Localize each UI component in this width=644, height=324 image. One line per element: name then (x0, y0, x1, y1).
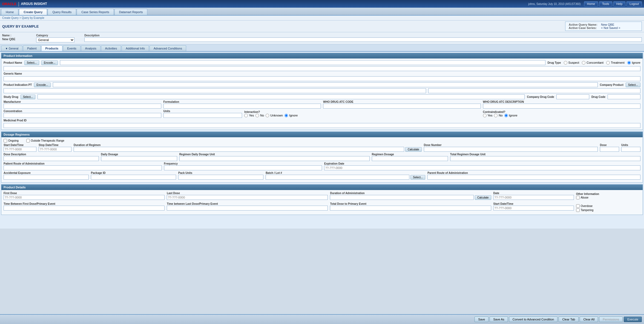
home-nav-button[interactable]: Home (584, 1, 598, 6)
stop-date-input[interactable] (39, 147, 71, 152)
category-select[interactable]: General (36, 37, 74, 42)
calculate-button[interactable]: Calculate (405, 147, 422, 152)
tampering-checkbox-group[interactable]: Tampering (576, 208, 640, 212)
total-regimen-dosage-unit-input[interactable] (450, 156, 640, 161)
company-product-input[interactable] (428, 88, 640, 93)
dose-desc-input[interactable] (4, 156, 99, 161)
batch-select-button[interactable]: Select... (410, 175, 425, 180)
contraindicated-no-option[interactable]: No (494, 114, 502, 117)
subtab-additional-info[interactable]: Additional Info (122, 45, 149, 51)
interaction-no-radio[interactable] (255, 114, 259, 117)
pack-units-input[interactable] (178, 175, 263, 180)
logout-nav-button[interactable]: Logout (626, 1, 642, 6)
product-name-input[interactable] (60, 60, 545, 65)
duration-admin-input[interactable] (330, 195, 474, 200)
contraindicated-yes-radio[interactable] (483, 114, 487, 117)
patient-route-input[interactable] (4, 165, 162, 170)
tab-case-series-reports[interactable]: Case Series Reports (77, 9, 114, 15)
dose-input[interactable] (600, 147, 619, 152)
frequency-input[interactable] (164, 165, 322, 170)
formulation-input[interactable] (163, 104, 321, 109)
manufacturer-input[interactable] (4, 104, 161, 109)
tab-datamart-reports[interactable]: Datamart Reports (114, 9, 148, 15)
subtab-activities[interactable]: Activities (101, 45, 121, 51)
study-drug-select-button[interactable]: Select... (21, 95, 35, 99)
overdose-checkbox[interactable] (576, 204, 580, 208)
start-date-input[interactable] (4, 147, 36, 152)
tab-query-results[interactable]: Query Results (48, 9, 76, 15)
interaction-unknown-radio[interactable] (266, 114, 269, 117)
abuse-checkbox-group[interactable]: Abuse (576, 196, 640, 199)
regimen-dosage-input[interactable] (372, 156, 448, 161)
medicinal-prod-id-input[interactable] (4, 123, 640, 128)
outside-therapeutic-checkbox-group[interactable]: Outside Therapeutic Range (26, 139, 64, 142)
product-name-select-button[interactable]: Select... (24, 60, 39, 65)
time-last-input[interactable] (167, 206, 328, 211)
interaction-yes-option[interactable]: Yes (244, 114, 254, 117)
tools-nav-button[interactable]: Tools (599, 1, 612, 6)
help-nav-button[interactable]: Help (613, 1, 626, 6)
contraindicated-ignore-option[interactable]: Ignore (504, 114, 518, 117)
date-input[interactable] (493, 195, 574, 200)
breadcrumb-create-query[interactable]: Create Query (2, 16, 19, 19)
tampering-checkbox[interactable] (576, 208, 580, 212)
product-indication-input[interactable] (53, 82, 598, 87)
description-input[interactable] (84, 37, 642, 42)
expiration-date-input[interactable] (324, 165, 640, 170)
outside-therapeutic-checkbox[interactable] (26, 139, 30, 142)
product-indication-full-input[interactable] (4, 88, 426, 93)
units-input-dosage[interactable] (621, 147, 640, 152)
ongoing-checkbox-group[interactable]: Ongoing (4, 139, 19, 142)
product-name-full-input[interactable] (4, 66, 640, 71)
overdose-checkbox-group[interactable]: Overdose (576, 204, 640, 208)
interaction-ignore-radio[interactable] (284, 114, 288, 117)
who-drug-atc-desc-input[interactable] (483, 104, 641, 109)
batch-lot-input[interactable] (266, 175, 409, 180)
drug-type-treatment-option[interactable]: Treatment (606, 61, 625, 65)
daily-dosage-input[interactable] (101, 156, 177, 161)
dose-number-input[interactable] (424, 147, 598, 152)
interaction-no-option[interactable]: No (255, 114, 264, 117)
parent-route-input[interactable] (427, 175, 640, 180)
concentration-input[interactable] (4, 113, 161, 118)
who-drug-atc-code-input[interactable] (323, 104, 481, 109)
contraindicated-yes-option[interactable]: Yes (483, 114, 493, 117)
first-dose-input[interactable] (4, 195, 165, 200)
subtab-products[interactable]: Products (41, 45, 63, 51)
subtab-advanced-conditions[interactable]: Advanced Conditions (150, 45, 186, 51)
company-product-select-button[interactable]: Select... (626, 83, 640, 87)
drug-type-concomitant-radio[interactable] (582, 61, 585, 65)
subtab-general[interactable]: ▼ General (1, 46, 22, 51)
drug-type-treatment-radio[interactable] (606, 61, 610, 65)
drug-type-suspect-option[interactable]: Suspect (564, 61, 579, 65)
tab-home[interactable]: Home (1, 9, 18, 15)
duration-input[interactable] (74, 147, 404, 152)
interaction-ignore-option[interactable]: Ignore (284, 114, 298, 117)
regimen-daily-dosage-unit-input[interactable] (179, 156, 370, 161)
drug-type-ignore-radio[interactable] (627, 61, 631, 65)
generic-name-input[interactable] (4, 76, 640, 81)
contraindicated-ignore-radio[interactable] (504, 114, 508, 117)
subtab-events[interactable]: Events (63, 45, 81, 51)
drug-type-suspect-radio[interactable] (564, 61, 567, 65)
total-dose-input[interactable] (330, 206, 491, 211)
product-indication-encode-button[interactable]: Encode... (34, 83, 50, 87)
interaction-unknown-option[interactable]: Unknown (266, 114, 283, 117)
calculate-button2[interactable]: Calculate (475, 195, 491, 200)
time-first-input[interactable] (4, 206, 165, 211)
interaction-yes-radio[interactable] (244, 114, 248, 117)
package-id-input[interactable] (91, 175, 176, 180)
start-datetime-input[interactable] (493, 206, 574, 211)
drug-type-concomitant-option[interactable]: Concomitant (582, 61, 603, 65)
subtab-patient[interactable]: Patient (23, 45, 41, 51)
abuse-checkbox[interactable] (576, 196, 580, 199)
company-drug-code-input[interactable] (556, 94, 589, 99)
drug-code-input[interactable] (608, 94, 640, 99)
units-input[interactable] (163, 113, 242, 118)
contraindicated-no-radio[interactable] (494, 114, 498, 117)
product-name-encode-button[interactable]: Encode... (41, 60, 58, 65)
study-drug-input[interactable] (38, 94, 525, 99)
drug-type-ignore-option[interactable]: Ignore (627, 61, 640, 65)
accidental-exposure-input[interactable] (4, 175, 89, 180)
subtab-analysis[interactable]: Analysis (81, 45, 100, 51)
